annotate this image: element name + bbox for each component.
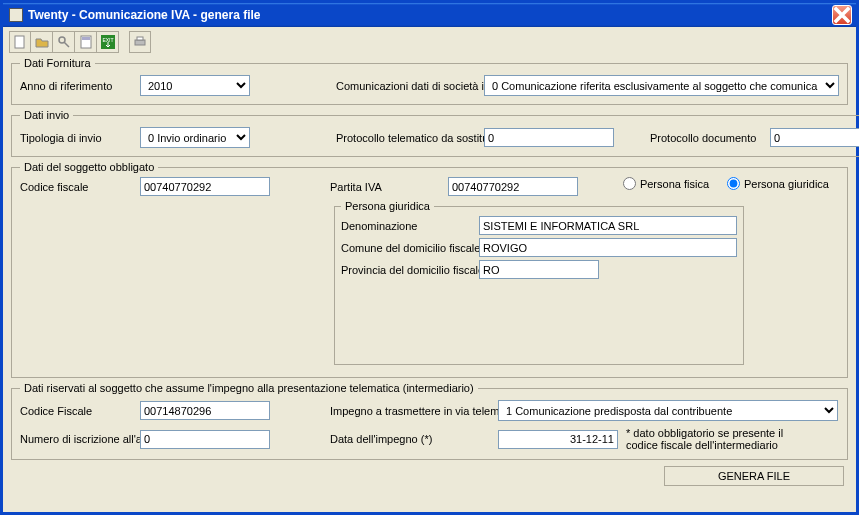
toolbar-new-button[interactable]	[9, 31, 31, 53]
int-numiscr-label: Numero di iscrizione all'albo del C.A.F.	[20, 433, 132, 445]
intermediario-legend: Dati riservati al soggetto che assume l'…	[20, 382, 478, 394]
window-title: Twenty - Comunicazione IVA - genera file	[28, 8, 832, 22]
provincia-input[interactable]	[479, 260, 599, 279]
svg-rect-3	[82, 37, 90, 40]
toolbar-print-button[interactable]	[129, 31, 151, 53]
calc-icon	[79, 35, 93, 49]
anno-label: Anno di riferimento	[20, 80, 132, 92]
comdati-label: Comunicazioni dati di società incorporat…	[336, 80, 476, 92]
int-impegno-select[interactable]: 1 Comunicazione predisposta dal contribu…	[498, 400, 838, 421]
int-impegno-label: Impegno a trasmettere in via telematica …	[330, 405, 490, 417]
protocollo-tel-input[interactable]	[484, 128, 614, 147]
comune-input[interactable]	[479, 238, 737, 257]
close-button[interactable]	[832, 5, 852, 25]
toolbar-open-button[interactable]	[31, 31, 53, 53]
denom-input[interactable]	[479, 216, 737, 235]
toolbar-exit-button[interactable]: EXIT	[97, 31, 119, 53]
pg-legend: Persona giuridica	[341, 200, 434, 212]
comune-label: Comune del domicilio fiscale	[341, 242, 473, 254]
persona-radio-group: Persona fisica Persona giuridica	[623, 177, 829, 190]
codfisc-label: Codice fiscale	[20, 181, 132, 193]
int-codfisc-input[interactable]	[140, 401, 270, 420]
persona-giuridica-radio[interactable]	[727, 177, 740, 190]
fornitura-legend: Dati Fornitura	[20, 57, 95, 69]
int-note: * dato obbligatorio se presente il codic…	[626, 427, 816, 451]
protocollo-doc-input[interactable]	[770, 128, 859, 147]
persona-fisica-option[interactable]: Persona fisica	[623, 177, 709, 190]
tipologia-label: Tipologia di invio	[20, 132, 132, 144]
new-icon	[13, 35, 27, 49]
persona-fisica-radio[interactable]	[623, 177, 636, 190]
exit-icon: EXIT	[101, 35, 115, 49]
close-icon	[833, 6, 851, 24]
intermediario-group: Dati riservati al soggetto che assume l'…	[11, 382, 848, 460]
toolbar-calc-button[interactable]	[75, 31, 97, 53]
protocollo-tel-label: Protocollo telematico da sostituire o an…	[336, 132, 476, 144]
titlebar: Twenty - Comunicazione IVA - genera file	[3, 3, 856, 27]
piva-input[interactable]	[448, 177, 578, 196]
invio-legend: Dati invio	[20, 109, 73, 121]
soggetto-group: Dati del soggetto obbligato Codice fisca…	[11, 161, 848, 378]
int-numiscr-input[interactable]	[140, 430, 270, 449]
int-dataimp-input[interactable]	[498, 430, 618, 449]
app-icon	[9, 8, 23, 22]
svg-rect-7	[137, 37, 143, 40]
toolbar: EXIT	[3, 27, 856, 55]
denom-label: Denominazione	[341, 220, 473, 232]
invio-group: Dati invio Tipologia di invio 0 Invio or…	[11, 109, 859, 157]
int-dataimp-label: Data dell'impegno (*)	[330, 433, 490, 445]
tipologia-select[interactable]: 0 Invio ordinario	[140, 127, 250, 148]
svg-rect-6	[135, 40, 145, 45]
piva-label: Partita IVA	[330, 181, 440, 193]
persona-giuridica-option[interactable]: Persona giuridica	[727, 177, 829, 190]
comdati-select[interactable]: 0 Comunicazione riferita esclusivamente …	[484, 75, 839, 96]
toolbar-key-button[interactable]	[53, 31, 75, 53]
print-icon	[133, 35, 147, 49]
anno-select[interactable]: 2010	[140, 75, 250, 96]
genera-file-button[interactable]: GENERA FILE	[664, 466, 844, 486]
provincia-label: Provincia del domicilio fiscale	[341, 264, 473, 276]
int-codfisc-label: Codice Fiscale	[20, 405, 132, 417]
open-icon	[35, 35, 49, 49]
protocollo-doc-label: Protocollo documento	[650, 132, 762, 144]
svg-rect-0	[15, 36, 24, 48]
key-icon	[57, 35, 71, 49]
persona-giuridica-group: Persona giuridica Denominazione Comune d…	[334, 200, 744, 365]
soggetto-legend: Dati del soggetto obbligato	[20, 161, 158, 173]
fornitura-group: Dati Fornitura Anno di riferimento 2010 …	[11, 57, 848, 105]
codfisc-input[interactable]	[140, 177, 270, 196]
